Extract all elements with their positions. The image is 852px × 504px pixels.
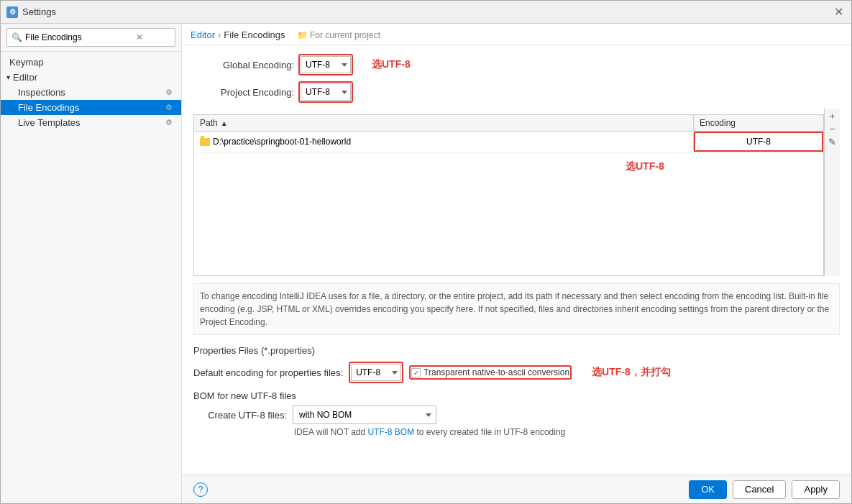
bom-info-pre: IDEA will NOT add: [294, 427, 367, 437]
properties-section-label: Properties Files (*.properties): [193, 345, 840, 356]
sidebar-item-live-templates[interactable]: Live Templates ⚙: [1, 115, 181, 130]
transparent-checkbox[interactable]: ✓: [411, 368, 421, 377]
properties-encoding-label: Default encoding for properties files:: [193, 367, 343, 378]
bom-section-label: BOM for new UTF-8 files: [193, 390, 840, 401]
window-title: Settings: [22, 6, 831, 17]
keymap-label: Keymap: [9, 57, 44, 68]
folder-icon: [200, 138, 210, 146]
table-header: Path ▲ Encoding: [194, 115, 823, 132]
search-input[interactable]: [25, 32, 133, 42]
table-section: Path ▲ Encoding: [193, 114, 824, 276]
encoding-table: Path ▲ Encoding: [193, 109, 824, 276]
close-button[interactable]: ✕: [831, 5, 846, 19]
table-annotation: 选UTF-8: [626, 160, 664, 173]
sidebar-item-keymap[interactable]: Keymap: [1, 55, 181, 70]
props-encoding-select-box: UTF-8: [349, 362, 403, 383]
main-body: Global Encoding: UTF-8 选UTF-8 Project En…: [182, 45, 851, 475]
add-row-button[interactable]: +: [827, 110, 838, 122]
caret-icon: ▾: [6, 73, 10, 81]
global-encoding-row: Global Encoding: UTF-8 选UTF-8: [193, 54, 840, 75]
table-cell-path: D:\practice\springboot-01-helloworld: [194, 133, 694, 150]
global-encoding-select-box: UTF-8: [298, 54, 353, 75]
edit-row-button[interactable]: ✎: [827, 136, 838, 147]
cancel-button[interactable]: Cancel: [733, 480, 786, 499]
project-encoding-select[interactable]: UTF-8: [301, 83, 351, 101]
props-encoding-select[interactable]: UTF-8: [351, 364, 401, 381]
bom-select-label: Create UTF-8 files:: [193, 410, 287, 421]
transparent-checkbox-label: Transparent native-to-ascii conversion: [423, 367, 569, 377]
bom-row: Create UTF-8 files: with NO BOM: [193, 406, 840, 424]
table-path-value: D:\practice\springboot-01-helloworld: [213, 137, 351, 147]
breadcrumb-separator: ›: [218, 29, 221, 40]
encoding-table-wrapper: Path ▲ Encoding: [193, 109, 840, 276]
live-templates-label: Live Templates: [18, 117, 80, 128]
breadcrumb-parent[interactable]: Editor: [191, 29, 215, 40]
project-encoding-label: Project Encoding:: [193, 87, 294, 98]
inspections-label: Inspections: [18, 87, 65, 98]
live-templates-tail-icon: ⚙: [165, 118, 173, 127]
bom-section: BOM for new UTF-8 files Create UTF-8 fil…: [193, 390, 840, 437]
breadcrumb-current: File Encodings: [224, 29, 285, 40]
main-header: Editor › File Encodings 📁 For current pr…: [182, 24, 851, 45]
inspections-tail-icon: ⚙: [165, 88, 173, 97]
transparent-checkbox-box: ✓ Transparent native-to-ascii conversion: [409, 365, 572, 380]
sidebar: 🔍 ✕ Keymap ▾ Editor Inspections ⚙: [1, 24, 182, 503]
sidebar-item-file-encodings[interactable]: File Encodings ⚙: [1, 100, 181, 115]
sidebar-item-editor[interactable]: ▾ Editor: [1, 70, 181, 85]
for-project-label: 📁 For current project: [297, 30, 380, 40]
search-clear-icon[interactable]: ✕: [136, 32, 143, 42]
content-area: 🔍 ✕ Keymap ▾ Editor Inspections ⚙: [1, 24, 851, 503]
ok-button[interactable]: OK: [689, 480, 727, 499]
sidebar-item-inspections[interactable]: Inspections ⚙: [1, 85, 181, 100]
search-input-wrapper[interactable]: 🔍 ✕: [6, 28, 175, 47]
file-encodings-tail-icon: ⚙: [165, 103, 173, 112]
global-encoding-select[interactable]: UTF-8: [301, 56, 351, 73]
bom-info-post: to every created file in UTF-8 encoding: [417, 427, 566, 437]
search-box: 🔍 ✕: [1, 24, 181, 52]
properties-encoding-row: Default encoding for properties files: U…: [193, 362, 840, 383]
file-encodings-label: File Encodings: [18, 102, 79, 113]
table-actions: + − ✎: [824, 109, 840, 276]
help-button[interactable]: ?: [193, 482, 208, 497]
table-encoding-value: UTF-8: [746, 137, 771, 147]
sort-icon: ▲: [221, 119, 228, 127]
table-cell-encoding: UTF-8: [694, 132, 823, 152]
apply-button[interactable]: Apply: [792, 480, 840, 499]
transparent-checkbox-inner: ✓ Transparent native-to-ascii conversion: [411, 367, 569, 377]
sidebar-tree: Keymap ▾ Editor Inspections ⚙ File Encod…: [1, 52, 181, 503]
properties-annotation: 选UTF-8，并打勾: [592, 366, 671, 379]
main-panel: Editor › File Encodings 📁 For current pr…: [182, 24, 851, 503]
settings-window: ⚙ Settings ✕ 🔍 ✕ Keymap ▾: [0, 0, 852, 504]
col-encoding-header: Encoding: [694, 115, 823, 131]
table-body: D:\practice\springboot-01-helloworld UTF…: [194, 132, 823, 275]
footer: ? OK Cancel Apply: [182, 475, 851, 503]
bom-info-link[interactable]: UTF-8 BOM: [367, 427, 414, 437]
project-encoding-select-box: UTF-8: [298, 81, 353, 103]
for-project-icon: 📁: [297, 30, 308, 40]
remove-row-button[interactable]: −: [827, 123, 838, 134]
global-encoding-annotation: 选UTF-8: [372, 58, 411, 71]
bom-info: IDEA will NOT add UTF-8 BOM to every cre…: [294, 427, 840, 437]
titlebar: ⚙ Settings ✕: [1, 1, 851, 24]
global-encoding-label: Global Encoding:: [193, 60, 294, 70]
project-encoding-row: Project Encoding: UTF-8: [193, 81, 840, 103]
info-text: To change encoding IntelliJ IDEA uses fo…: [193, 283, 840, 335]
breadcrumb: Editor › File Encodings: [191, 29, 285, 40]
app-icon: ⚙: [6, 6, 18, 18]
col-path-header: Path ▲: [194, 115, 694, 131]
editor-label: Editor: [13, 72, 37, 83]
table-row[interactable]: D:\practice\springboot-01-helloworld UTF…: [194, 132, 823, 152]
search-icon: 🔍: [12, 32, 22, 42]
bom-select[interactable]: with NO BOM: [293, 406, 436, 424]
